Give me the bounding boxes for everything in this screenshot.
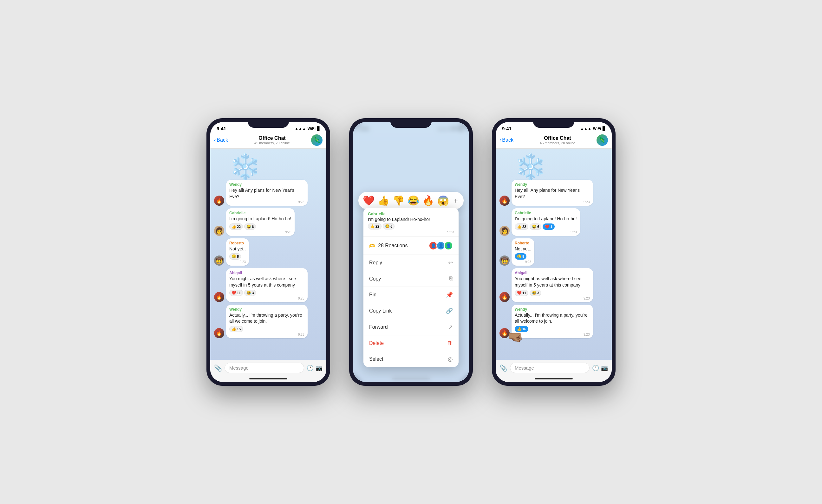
reaction-badge[interactable]: 😂6 xyxy=(383,223,395,229)
msg-bubble[interactable]: Wendy Actually... I'm throwing a party, … xyxy=(511,305,593,338)
forward-icon: ↗ xyxy=(448,324,453,331)
emoji-laugh[interactable]: 😂 xyxy=(408,195,419,206)
emoji-picker[interactable]: ❤️ 👍 👎 😂 🔥 😱 ＋ xyxy=(358,192,464,209)
msg-bubble[interactable]: Wendy Actually... I'm throwing a party, … xyxy=(226,305,308,338)
copy-menu-item[interactable]: Copy ⎘ xyxy=(363,271,459,287)
msg-sender: Wendy xyxy=(515,307,590,312)
reactions: 😢8 xyxy=(229,253,246,260)
camera-icon[interactable]: 📷 xyxy=(601,365,608,372)
msg-avatar: 🔥 xyxy=(214,292,224,302)
context-sender: Gabrielle xyxy=(368,211,454,216)
msg-bubble[interactable]: Gabrielle I'm going to Lapland! Ho-ho-ho… xyxy=(511,208,580,236)
input-icons: 🕐 📷 xyxy=(592,365,608,372)
msg-time: 9:23 xyxy=(515,333,590,336)
msg-time: 9:23 xyxy=(229,333,305,336)
msg-bubble[interactable]: Gabrielle I'm going to Lapland! Ho-ho-ho… xyxy=(226,208,295,236)
emoji-heart[interactable]: ❤️ xyxy=(363,195,375,206)
copy-link-menu-item[interactable]: Copy Link 🔗 xyxy=(363,303,459,319)
reaction-badge-active[interactable]: ❤️1 xyxy=(543,223,554,230)
phone-screen: 9:41 ▲▲▲ WiFi ▊ ❤️ 👍 👎 😂 🔥 😱 ＋ Gabrielle… xyxy=(353,122,469,382)
delete-menu-item[interactable]: Delete 🗑 xyxy=(363,335,459,351)
msg-time: 9:23 xyxy=(368,230,454,234)
reactions: 😢9 xyxy=(515,253,531,260)
reactions: ❤️11 😂3 xyxy=(515,290,590,296)
msg-time: 9:23 xyxy=(229,200,305,204)
emoji-thumbsdown[interactable]: 👎 xyxy=(393,195,404,206)
message-row: 🔥 Wendy Hey all! Any plans for New Year'… xyxy=(499,180,608,206)
select-menu-item[interactable]: Select ◎ xyxy=(363,351,459,367)
notch xyxy=(533,118,574,128)
msg-sender: Gabrielle xyxy=(229,211,292,215)
msg-bubble[interactable]: Roberto Not yet.. 😢8 9:23 xyxy=(226,238,249,266)
emoji-fire[interactable]: 🔥 xyxy=(422,195,434,206)
sticker-overlay: 🤜🏽 xyxy=(507,330,523,345)
select-icon: ◎ xyxy=(448,356,453,363)
reactions: ❤️11 😂3 xyxy=(229,290,305,296)
reaction-badge[interactable]: 😂3 xyxy=(244,290,256,296)
msg-avatar: 🤠 xyxy=(499,256,510,266)
reactions: 👍22 😂6 ❤️1 xyxy=(515,223,577,230)
input-bar: 📎 Message 🕐 📷 xyxy=(496,360,612,376)
message-input[interactable]: Message xyxy=(225,363,304,373)
reply-label: Reply xyxy=(369,260,382,266)
more-emojis-button[interactable]: ＋ xyxy=(452,196,459,205)
msg-bubble[interactable]: Wendy Hey all! Any plans for New Year's … xyxy=(511,180,593,206)
msg-text: Actually... I'm throwing a party, you're… xyxy=(515,312,590,325)
msg-time: 9:23 xyxy=(515,297,590,300)
reaction-badge-active[interactable]: 😢9 xyxy=(515,253,526,260)
reaction-badge[interactable]: 😂6 xyxy=(244,223,256,230)
msg-sender: Wendy xyxy=(229,307,305,312)
battery-icon: ▊ xyxy=(602,126,605,131)
msg-bubble[interactable]: Wendy Hey all! Any plans for New Year's … xyxy=(226,180,308,206)
reply-menu-item[interactable]: Reply ↩ xyxy=(363,255,459,271)
input-icons: 🕐 📷 xyxy=(307,365,323,372)
reaction-badge[interactable]: 😂3 xyxy=(530,290,541,296)
message-row: 👩 Gabrielle I'm going to Lapland! Ho-ho-… xyxy=(499,208,608,236)
msg-text: Actually... I'm throwing a party, you're… xyxy=(229,312,305,325)
forward-menu-item[interactable]: Forward ↗ xyxy=(363,319,459,335)
attach-icon[interactable]: 📎 xyxy=(499,364,507,372)
emoji-shock[interactable]: 😱 xyxy=(437,195,449,206)
middle-phone: 9:41 ▲▲▲ WiFi ▊ ❤️ 👍 👎 😂 🔥 😱 ＋ Gabrielle… xyxy=(349,118,473,386)
msg-avatar: 🔥 xyxy=(499,292,510,302)
msg-time: 9:23 xyxy=(229,230,292,234)
reaction-badge[interactable]: ❤️11 xyxy=(229,290,243,296)
signal-icon: ▲▲▲ xyxy=(295,126,306,131)
attach-icon[interactable]: 📎 xyxy=(214,364,222,372)
camera-icon[interactable]: 📷 xyxy=(316,365,323,372)
back-button[interactable]: ‹ Back xyxy=(499,137,518,143)
wifi-icon: WiFi xyxy=(593,126,601,131)
message-input[interactable]: Message xyxy=(510,363,589,373)
back-button[interactable]: ‹ Back xyxy=(214,137,233,143)
message-row: 🔥 Wendy Actually... I'm throwing a party… xyxy=(214,305,323,338)
context-menu-popup: Gabrielle I'm going to Lapland! Ho-ho-ho… xyxy=(363,207,459,367)
msg-text: Not yet.. xyxy=(515,246,531,252)
emoji-thumbsup[interactable]: 👍 xyxy=(378,195,389,206)
forward-label: Forward xyxy=(369,324,388,330)
msg-time: 9:23 xyxy=(515,200,590,204)
reactions-menu-item[interactable]: 🫶 28 Reactions 👤 👤 👤 xyxy=(363,237,459,255)
reaction-badge[interactable]: 👍22 xyxy=(229,223,243,230)
reaction-badge[interactable]: 👍22 xyxy=(515,223,528,230)
msg-bubble[interactable]: Abigail You might as well ask where I se… xyxy=(226,268,308,302)
reaction-badge[interactable]: 👍15 xyxy=(229,326,243,332)
reply-icon: ↩ xyxy=(448,259,453,266)
reactions-count-label: 28 Reactions xyxy=(378,243,408,248)
pin-menu-item[interactable]: Pin 📌 xyxy=(363,287,459,303)
home-bar xyxy=(535,378,573,380)
back-chevron-icon: ‹ xyxy=(214,137,216,143)
msg-avatar: 🔥 xyxy=(214,195,224,206)
msg-bubble[interactable]: Abigail You might as well ask where I se… xyxy=(511,268,593,302)
avatar[interactable]: 🦎 xyxy=(311,134,323,146)
reaction-badge[interactable]: 😂6 xyxy=(530,223,541,230)
chat-title: Office Chat xyxy=(233,135,311,141)
msg-bubble[interactable]: Roberto Not yet.. 😢9 9:23 xyxy=(511,238,534,266)
copy-icon: ⎘ xyxy=(449,276,453,282)
avatar[interactable]: 🦎 xyxy=(596,134,608,146)
reaction-badge[interactable]: 😢8 xyxy=(229,253,241,260)
reaction-badge[interactable]: 👍22 xyxy=(368,223,382,229)
reaction-badge[interactable]: ❤️11 xyxy=(515,290,528,296)
msg-text: Hey all! Any plans for New Year's Eve? xyxy=(229,187,305,200)
reactions: 👍16 xyxy=(515,326,590,332)
msg-avatar: 👩 xyxy=(214,226,224,236)
